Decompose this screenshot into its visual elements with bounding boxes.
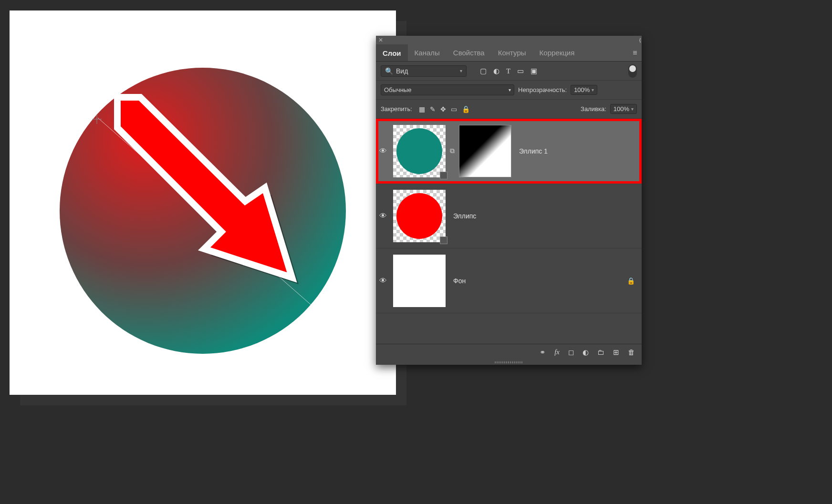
svg-point-7 xyxy=(396,193,442,239)
blend-mode-select[interactable]: Обычные ▾ xyxy=(381,84,514,95)
mask-link-icon[interactable]: ⧉ xyxy=(448,147,456,155)
visibility-toggle[interactable]: 👁 xyxy=(376,147,390,155)
visibility-toggle[interactable]: 👁 xyxy=(376,212,390,220)
layer-thumbnail[interactable] xyxy=(393,255,446,307)
tab-layers[interactable]: Слои xyxy=(376,44,408,61)
layer-filter-icons xyxy=(480,67,537,75)
link-layers-icon[interactable]: ⚭ xyxy=(540,348,546,357)
layer-fx-icon[interactable]: fx xyxy=(554,348,560,356)
fill-value: 100% xyxy=(614,105,629,113)
lock-artboard-icon[interactable]: ▭ xyxy=(451,105,457,113)
layer-filter-select[interactable]: 🔍 Вид ▾ xyxy=(381,65,467,77)
new-layer-icon[interactable]: ⊞ xyxy=(613,348,619,357)
tab-properties[interactable]: Свойства xyxy=(447,44,491,61)
layer-thumbnail[interactable] xyxy=(393,190,446,242)
search-icon: 🔍 xyxy=(385,67,393,75)
tab-adjustments[interactable]: Коррекция xyxy=(533,44,582,61)
svg-point-6 xyxy=(396,128,442,174)
layer-thumbnail[interactable] xyxy=(393,125,446,177)
tab-channels[interactable]: Каналы xyxy=(408,44,447,61)
adjustment-layer-icon[interactable]: ◐ xyxy=(582,348,589,357)
layer-name[interactable]: Эллипс 1 xyxy=(519,147,639,155)
layer-row[interactable]: 👁 Фон 🔒 xyxy=(376,248,642,313)
opacity-value: 100% xyxy=(574,86,590,93)
filter-image-icon[interactable] xyxy=(480,67,487,75)
filter-smart-icon[interactable] xyxy=(530,67,537,75)
panel-close-button[interactable]: ✕ xyxy=(378,36,384,44)
lock-label: Закрепить: xyxy=(381,105,412,113)
chevron-down-icon: ▾ xyxy=(509,87,511,93)
shape-badge-icon xyxy=(440,237,447,244)
layer-list: 👁 ⧉ Эллипс 1 👁 Эллипс 👁 Фон 🔒 xyxy=(376,119,642,344)
layer-row[interactable]: 👁 Эллипс xyxy=(376,184,642,248)
lock-fill-row: Закрепить: ▦ ✎ ✥ ▭ 🔒 Заливка: 100% ▾ xyxy=(376,100,642,119)
panel-titlebar: ✕ ⟨⟨ xyxy=(376,36,642,44)
add-mask-icon[interactable]: ◻ xyxy=(568,348,574,357)
blend-opacity-row: Обычные ▾ Непрозрачность: 100% ▾ xyxy=(376,81,642,100)
opacity-input[interactable]: 100% ▾ xyxy=(571,85,597,95)
fill-input[interactable]: 100% ▾ xyxy=(610,104,637,114)
layer-mask-thumbnail[interactable] xyxy=(459,125,511,177)
layers-panel: ✕ ⟨⟨ Слои Каналы Свойства Контуры Коррек… xyxy=(376,36,642,365)
visibility-toggle[interactable]: 👁 xyxy=(376,277,390,285)
lock-icon: 🔒 xyxy=(627,277,635,285)
shape-badge-icon xyxy=(440,172,447,179)
lock-position-icon[interactable]: ✥ xyxy=(440,105,446,113)
filter-text-icon[interactable] xyxy=(506,67,510,75)
filter-shape-icon[interactable] xyxy=(517,67,524,75)
panel-menu-button[interactable]: ≡ xyxy=(628,49,642,57)
opacity-label: Непрозрачность: xyxy=(518,86,567,93)
filter-toggle[interactable] xyxy=(628,64,637,78)
panel-collapse-button[interactable]: ⟨⟨ xyxy=(639,37,640,43)
delete-layer-icon[interactable]: 🗑 xyxy=(628,348,635,356)
layer-filter-row: 🔍 Вид ▾ xyxy=(376,62,642,81)
lock-pixels-icon[interactable]: ▦ xyxy=(419,105,425,113)
chevron-down-icon: ▾ xyxy=(631,106,634,112)
chevron-down-icon: ▾ xyxy=(460,68,462,73)
panel-tabs: Слои Каналы Свойства Контуры Коррекция ≡ xyxy=(376,44,642,62)
filter-adjust-icon[interactable] xyxy=(493,67,499,75)
fill-label: Заливка: xyxy=(581,105,606,113)
layer-row[interactable]: 👁 ⧉ Эллипс 1 xyxy=(376,119,642,184)
chevron-down-icon: ▾ xyxy=(592,87,594,93)
lock-brush-icon[interactable]: ✎ xyxy=(430,105,436,113)
blend-mode-value: Обычные xyxy=(384,86,411,93)
lock-all-icon[interactable]: 🔒 xyxy=(462,105,470,113)
layer-name[interactable]: Фон xyxy=(453,277,624,285)
document-canvas[interactable] xyxy=(10,10,396,395)
layer-name[interactable]: Эллипс xyxy=(453,212,639,220)
filter-kind-label: Вид xyxy=(396,67,408,75)
new-group-icon[interactable]: 🗀 xyxy=(597,348,604,356)
layer-actions-bar: ⚭ fx ◻ ◐ 🗀 ⊞ 🗑 xyxy=(376,344,642,360)
panel-resize-grip[interactable] xyxy=(376,360,642,365)
tab-paths[interactable]: Контуры xyxy=(491,44,533,61)
